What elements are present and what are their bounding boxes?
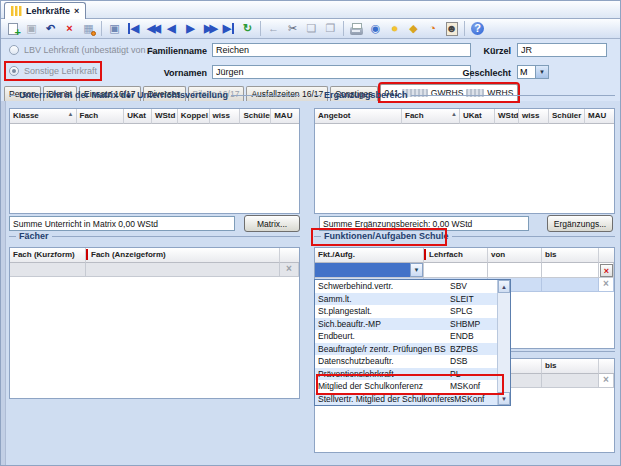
tab-lehrkraefte[interactable]: Lehrkräfte × [4, 2, 86, 19]
matrix-table: Klasse▲ Fach UKat WStd Koppel wiss Schül… [9, 108, 300, 214]
nav-first-button[interactable]: ◀ [124, 20, 143, 38]
nav-fast-forward-button[interactable]: ▶▶ [200, 20, 219, 38]
toolbar-separator [343, 21, 344, 36]
copy-icon: ❏ [307, 23, 317, 34]
column-header-lehrfach[interactable]: Lehrfach [424, 248, 488, 263]
ergaenzung-table-header: Angebot Fach▲ UKat WStd wiss Schüler MAU [315, 109, 614, 124]
column-header-bis[interactable]: bis [542, 359, 599, 374]
nav-first-icon: ◀ [128, 23, 139, 34]
dropdown-item[interactable]: Samm.lt.SLEIT [315, 293, 510, 306]
geschlecht-combo[interactable]: M ▼ [517, 65, 549, 79]
column-header-mau[interactable]: MAU [271, 109, 299, 124]
nav-last-icon: ▶ [223, 23, 234, 34]
dropdown-item[interactable]: Endbeurt.ENDB [315, 330, 510, 343]
grid-edit-button[interactable]: ▦ [79, 20, 98, 38]
column-header-angebot[interactable]: Angebot [315, 109, 402, 124]
new-record-button[interactable]: + [3, 20, 22, 38]
column-header-mau[interactable]: MAU [585, 109, 614, 124]
delete-record-button[interactable]: × [60, 20, 79, 38]
kuerzel-field[interactable] [517, 43, 607, 57]
column-header-klasse[interactable]: Klasse▲ [10, 109, 77, 124]
faecher-group-title: Fächer [9, 231, 300, 241]
delete-row-icon[interactable]: × [599, 374, 614, 388]
scroll-down-icon[interactable]: ▼ [498, 392, 510, 405]
cut-button[interactable]: ✂ [283, 20, 302, 38]
dropdown-item[interactable]: Schwerbehind.vertr.SBV [315, 280, 510, 293]
undo-icon: ↶ [46, 23, 55, 34]
nav-back-button[interactable]: ◀ [162, 20, 181, 38]
copy-button[interactable]: ❏ [302, 20, 321, 38]
save-button[interactable]: ▣ [22, 20, 41, 38]
back-arrow-button[interactable]: ← [264, 20, 283, 38]
delete-row-icon[interactable]: × [280, 263, 299, 277]
nav-fast-back-icon: ◀◀ [147, 23, 158, 34]
vornamen-field[interactable] [212, 65, 471, 79]
reminder-button[interactable]: ◔ [423, 20, 442, 38]
matrix-button[interactable]: Matrix... [244, 215, 300, 232]
column-header-bis[interactable]: bis [542, 248, 599, 263]
announce-button[interactable]: ◆ [404, 20, 423, 38]
column-header-schueler[interactable]: Schüler [240, 109, 271, 124]
refresh-button[interactable]: ↻ [238, 20, 257, 38]
toolbar-separator [464, 21, 465, 36]
dropdown-item[interactable]: St.plangestalt.SPLG [315, 305, 510, 318]
column-header-fach[interactable]: Fach▲ [402, 109, 460, 124]
preview-button[interactable]: ◉ [366, 20, 385, 38]
column-header-fach-kurzform[interactable]: Fach (Kurzform) [10, 248, 86, 263]
column-header-fkt-aufg[interactable]: Fkt./Aufg. [315, 248, 424, 263]
column-header-von[interactable]: von [488, 248, 542, 263]
nav-forward-button[interactable]: ▶ [181, 20, 200, 38]
dropdown-item-mitglied-schulkonferenz[interactable]: Mitglied der SchulkonferenzMSKonf [315, 380, 510, 393]
undo-button[interactable]: ↶ [41, 20, 60, 38]
column-header-koppel[interactable]: Koppel [178, 109, 210, 124]
nav-last-button[interactable]: ▶ [219, 20, 238, 38]
column-header-wstd[interactable]: WStd [495, 109, 519, 124]
familienname-field[interactable] [212, 43, 471, 57]
column-header-fach[interactable]: Fach [77, 109, 125, 124]
chevron-down-icon[interactable]: ▼ [410, 263, 423, 277]
bis-cell[interactable] [542, 263, 599, 278]
print-button[interactable] [347, 20, 366, 38]
dropdown-item[interactable]: Sich.beauftr.-MPSHBMP [315, 318, 510, 331]
chevron-down-icon[interactable]: ▼ [535, 65, 549, 79]
nav-fast-back-button[interactable]: ◀◀ [143, 20, 162, 38]
dropdown-item[interactable]: PräventionslehrkraftPL [315, 368, 510, 381]
combo-selection [315, 263, 410, 277]
radio-selected-icon[interactable] [9, 66, 19, 76]
help-button[interactable]: ? [468, 20, 487, 38]
faecher-empty-row[interactable]: × [10, 263, 299, 277]
von-cell[interactable] [488, 263, 542, 278]
column-header-schueler[interactable]: Schüler [549, 109, 585, 124]
close-tab-icon[interactable]: × [74, 7, 79, 16]
column-header-wiss[interactable]: wiss [210, 109, 241, 124]
radio-sonstige-lehrkraft[interactable]: Sonstige Lehrkraft [9, 66, 97, 76]
refresh-icon: ↻ [243, 23, 252, 34]
panel-splitter[interactable] [1, 101, 6, 466]
form-view-button[interactable]: ▣ [105, 20, 124, 38]
paste-button[interactable]: ❐ [321, 20, 340, 38]
tab-lehrkraefte-label: Lehrkräfte [26, 6, 70, 16]
hint-button[interactable]: ● [385, 20, 404, 38]
column-header-ukat[interactable]: UKat [124, 109, 152, 124]
lehrfach-cell[interactable] [424, 263, 488, 278]
funktionen-table-header: Fkt./Aufg. Lehrfach von bis [315, 248, 614, 263]
column-header-ukat[interactable]: UKat [460, 109, 495, 124]
scroll-up-icon[interactable]: ▲ [498, 280, 510, 293]
dropdown-item[interactable]: Stellvertr. Mitglied der Schulkonferenzs… [315, 393, 510, 406]
column-header-fach-anzeigeform[interactable]: Fach (Anzeigeform) [86, 248, 280, 263]
dropdown-scrollbar[interactable]: ▲ ▼ [497, 280, 510, 405]
delete-row-icon[interactable]: × [599, 278, 614, 292]
column-header-wiss[interactable]: wiss [519, 109, 549, 124]
dropdown-item[interactable]: Datenschutzbeauftr.DSB [315, 355, 510, 368]
funktion-combo[interactable]: ▼ [315, 263, 424, 278]
nav-fast-forward-icon: ▶▶ [204, 23, 215, 34]
person-card-button[interactable]: ☻ [442, 20, 461, 38]
toolbar-separator [260, 21, 261, 36]
lehrkraefte-window: Lehrkräfte × + ▣ ↶ × ▦ ▣ ◀ ◀◀ ◀ ▶ ▶▶ ▶ ↻… [0, 0, 621, 466]
teachers-icon [11, 6, 22, 16]
radio-icon[interactable] [9, 45, 19, 55]
ergaenzung-button[interactable]: Ergänzungs... [547, 215, 613, 232]
dropdown-item[interactable]: Beauftragte/r zentr. Prüfungen BSBZPBS [315, 343, 510, 356]
delete-row-button[interactable]: × [600, 264, 613, 277]
column-header-wstd[interactable]: WStd [152, 109, 178, 124]
